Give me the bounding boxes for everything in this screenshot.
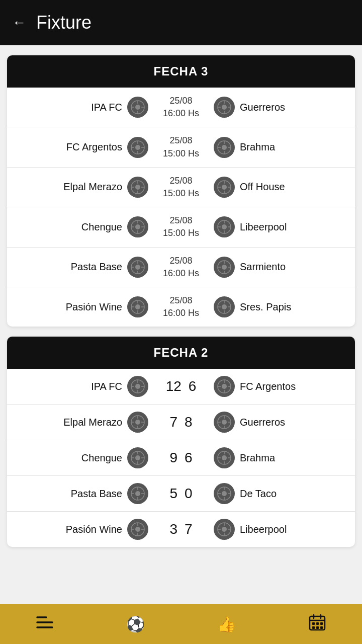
team-name-right: FC Argentos <box>240 381 296 392</box>
svg-rect-141 <box>320 622 323 625</box>
svg-point-121 <box>135 527 140 532</box>
match-center: 25/08 16:00 Hs <box>148 294 214 319</box>
match-date: 25/08 <box>169 255 192 267</box>
svg-point-1 <box>135 105 140 110</box>
svg-point-127 <box>222 527 227 532</box>
team-logo-right <box>214 296 235 317</box>
team-name-right: De Taco <box>240 488 277 500</box>
svg-point-55 <box>222 265 227 270</box>
match-row: Chengue 25/08 15:00 Hs Libeerpool <box>7 207 355 247</box>
svg-point-7 <box>222 105 227 110</box>
svg-point-31 <box>222 185 227 190</box>
team-right: Sres. Papis <box>214 296 345 317</box>
score-center: 9 6 <box>148 450 214 466</box>
svg-point-13 <box>135 145 140 150</box>
team-left: Chengue <box>17 447 148 468</box>
nav-like[interactable]: 👍 <box>217 615 236 633</box>
match-row: Elpal Merazo 25/08 15:00 Hs Off House <box>7 168 355 207</box>
team-name-left: IPA FC <box>91 102 122 113</box>
match-date: 25/08 <box>169 294 192 307</box>
svg-rect-139 <box>312 622 315 625</box>
score-left: 9 <box>169 450 177 466</box>
page-title: Fixture <box>36 12 92 33</box>
team-right: Guerreros <box>214 97 345 118</box>
team-left: Pasión Wine <box>17 519 148 540</box>
score-center: 5 0 <box>148 486 214 502</box>
team-logo-left <box>127 216 148 237</box>
team-name-left: Elpal Merazo <box>63 181 122 193</box>
team-logo-left <box>127 137 148 158</box>
nav-menu[interactable] <box>36 615 53 633</box>
team-logo-right <box>214 483 235 504</box>
match-row: FC Argentos 25/08 15:00 Hs Brahma <box>7 127 355 167</box>
team-logo-left <box>127 483 148 504</box>
team-name-left: Chengue <box>81 221 122 233</box>
ball-icon: ⚽ <box>126 615 145 633</box>
team-name-right: Libeerpool <box>240 524 287 535</box>
team-right: Off House <box>214 177 345 198</box>
match-row: Pasta Base 25/08 16:00 Hs Sarmiento <box>7 248 355 287</box>
nav-ball[interactable]: ⚽ <box>126 615 145 633</box>
svg-point-91 <box>222 420 227 425</box>
team-name-right: Sarmiento <box>240 261 286 273</box>
team-logo-left <box>127 412 148 433</box>
match-row: Pasión Wine 3 7 Libeerpool <box>7 512 355 547</box>
team-logo-right <box>214 97 235 118</box>
fecha3-card: FECHA 3 IPA FC 25/08 16:00 Hs Guerreros … <box>7 55 355 327</box>
score-center: 12 6 <box>148 378 214 394</box>
fecha2-card: FECHA 2 IPA FC 12 6 FC Argentos Elpal Me… <box>7 337 355 547</box>
team-logo-right <box>214 257 235 278</box>
team-right: Libeerpool <box>214 216 345 237</box>
svg-rect-142 <box>312 626 315 629</box>
team-name-left: Elpal Merazo <box>63 417 122 428</box>
score-left: 3 <box>169 521 177 537</box>
svg-point-73 <box>135 384 140 389</box>
match-row: Elpal Merazo 7 8 Guerreros <box>7 405 355 440</box>
team-left: Pasión Wine <box>17 296 148 317</box>
match-time: 15:00 Hs <box>163 227 199 239</box>
score-right: 8 <box>185 414 193 430</box>
team-right: Brahma <box>214 137 345 158</box>
team-name-right: Guerreros <box>240 417 285 428</box>
match-row: IPA FC 25/08 16:00 Hs Guerreros <box>7 88 355 127</box>
svg-point-97 <box>135 455 140 460</box>
nav-calendar[interactable] <box>309 614 326 634</box>
match-row: IPA FC 12 6 FC Argentos <box>7 369 355 405</box>
match-row: Chengue 9 6 Brahma <box>7 440 355 476</box>
svg-point-85 <box>135 420 140 425</box>
match-row: Pasta Base 5 0 De Taco <box>7 476 355 512</box>
svg-point-79 <box>222 384 227 389</box>
team-name-right: Brahma <box>240 452 275 464</box>
team-left: Elpal Merazo <box>17 412 148 433</box>
team-logo-right <box>214 216 235 237</box>
svg-point-61 <box>135 304 140 309</box>
team-logo-right <box>214 177 235 198</box>
match-time: 16:00 Hs <box>163 267 199 280</box>
back-button[interactable]: ← <box>12 15 26 31</box>
match-date: 25/08 <box>169 214 192 227</box>
score-left: 12 <box>166 378 182 394</box>
match-date: 25/08 <box>169 95 192 107</box>
team-left: FC Argentos <box>17 137 148 158</box>
match-time: 16:00 Hs <box>163 107 199 120</box>
match-center: 25/08 15:00 Hs <box>148 175 214 200</box>
svg-point-109 <box>135 491 140 496</box>
match-time: 15:00 Hs <box>163 147 199 160</box>
team-logo-right <box>214 447 235 468</box>
svg-point-19 <box>222 145 227 150</box>
team-left: IPA FC <box>17 97 148 118</box>
menu-icon <box>36 615 53 633</box>
svg-point-43 <box>222 224 227 229</box>
team-logo-right <box>214 519 235 540</box>
team-logo-left <box>127 177 148 198</box>
match-center: 25/08 16:00 Hs <box>148 255 214 280</box>
team-name-right: Brahma <box>240 141 275 153</box>
match-row: Pasión Wine 25/08 16:00 Hs Sres. Papis <box>7 287 355 327</box>
match-date: 25/08 <box>169 175 192 187</box>
team-name-left: Chengue <box>81 452 122 464</box>
team-logo-left <box>127 447 148 468</box>
calendar-icon <box>309 614 326 634</box>
svg-point-67 <box>222 304 227 309</box>
match-date: 25/08 <box>169 134 192 147</box>
team-left: IPA FC <box>17 376 148 397</box>
